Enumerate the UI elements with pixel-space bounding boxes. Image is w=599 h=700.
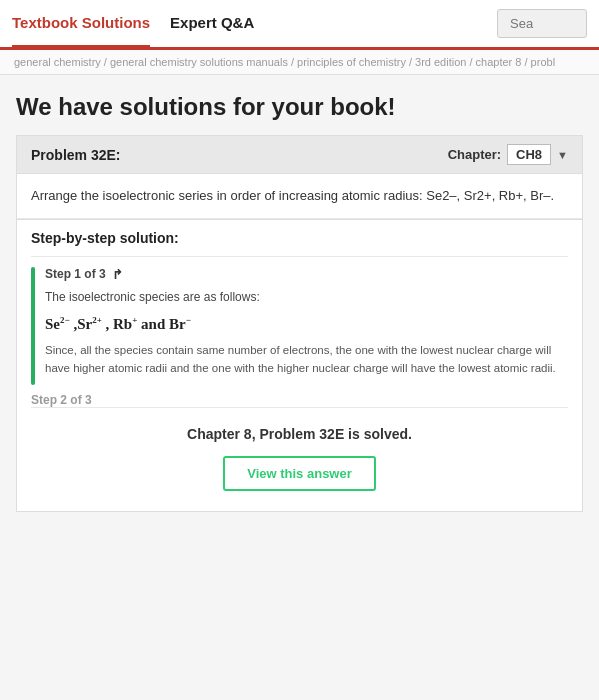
step-1-intro: The isoelectronic species are as follows… xyxy=(45,288,568,307)
view-answer-button[interactable]: View this answer xyxy=(223,456,376,491)
chapter-selector[interactable]: Chapter: CH8 ▼ xyxy=(448,144,568,165)
solved-section: Chapter 8, Problem 32E is solved. View t… xyxy=(31,407,568,511)
page-title: We have solutions for your book! xyxy=(16,93,583,121)
problem-box: Problem 32E: Chapter: CH8 ▼ Arrange the … xyxy=(16,135,583,220)
problem-label: Problem 32E: xyxy=(31,147,120,163)
search-input[interactable] xyxy=(497,9,587,38)
solution-box: Step-by-step solution: Step 1 of 3 ↱ The… xyxy=(16,220,583,513)
step-1-explanation: Since, all the species contain same numb… xyxy=(45,341,568,378)
solved-text: Chapter 8, Problem 32E is solved. xyxy=(45,426,554,442)
chapter-badge: CH8 xyxy=(507,144,551,165)
problem-text: Arrange the isoelectronic series in orde… xyxy=(17,174,582,219)
step-2-label: Step 2 of 3 xyxy=(31,393,568,407)
step-1-formula: Se2− ,Sr2+ , Rb+ and Br− xyxy=(45,315,568,333)
step-1-content: Step 1 of 3 ↱ The isoelectronic species … xyxy=(45,267,568,386)
navbar-expert-qa[interactable]: Expert Q&A xyxy=(170,0,254,48)
chapter-label: Chapter: xyxy=(448,147,501,162)
cursor-icon: ↱ xyxy=(112,267,123,282)
problem-header: Problem 32E: Chapter: CH8 ▼ xyxy=(17,136,582,174)
solution-header: Step-by-step solution: xyxy=(31,230,568,257)
main-content: We have solutions for your book! Problem… xyxy=(0,75,599,530)
navbar-textbook-solutions[interactable]: Textbook Solutions xyxy=(12,0,150,48)
watermark-area: Step 1 of 3 ↱ The isoelectronic species … xyxy=(31,267,568,408)
navbar: Textbook Solutions Expert Q&A xyxy=(0,0,599,50)
breadcrumb: general chemistry / general chemistry so… xyxy=(0,50,599,75)
step-1-row: Step 1 of 3 ↱ The isoelectronic species … xyxy=(31,267,568,386)
chevron-down-icon[interactable]: ▼ xyxy=(557,149,568,161)
step-accent-bar xyxy=(31,267,35,386)
step-1-title: Step 1 of 3 ↱ xyxy=(45,267,568,282)
